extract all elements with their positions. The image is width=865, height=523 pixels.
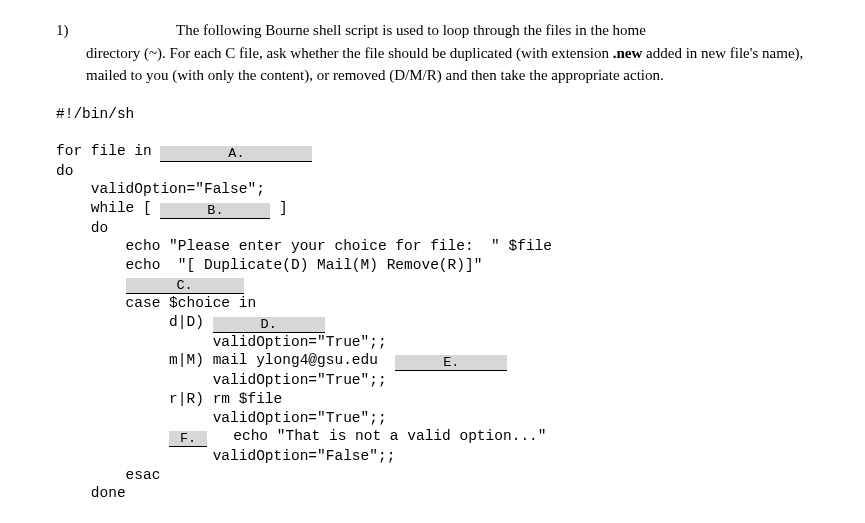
for-keyword: for file in <box>56 143 160 159</box>
indent-c <box>56 275 126 291</box>
blank-c[interactable]: C. <box>126 278 244 294</box>
question-block: 1)The following Bourne shell script is u… <box>56 22 815 87</box>
shebang-line: #!/bin/sh <box>56 106 134 122</box>
blank-e[interactable]: E. <box>395 355 507 371</box>
case-m-valid: validOption="True";; <box>56 372 387 388</box>
while-post: ] <box>270 200 287 216</box>
page-container: 1)The following Bourne shell script is u… <box>0 0 865 523</box>
case-d-pre: d|D) <box>56 314 213 330</box>
echo-line-1: echo "Please enter your choice for file:… <box>56 238 552 254</box>
code-block: #!/bin/sh for file in A. do validOption=… <box>56 105 815 524</box>
case-r-valid: validOption="True";; <box>56 410 387 426</box>
case-line: case $choice in <box>56 295 256 311</box>
question-first-line: 1)The following Bourne shell script is u… <box>56 22 815 39</box>
case-f-post: echo "That is not a valid option..." <box>207 428 546 444</box>
case-f-pre <box>56 428 169 444</box>
case-r-line: r|R) rm $file <box>56 391 282 407</box>
valid-option-init: validOption="False"; <box>56 181 265 197</box>
echo-line-2: echo "[ Duplicate(D) Mail(M) Remove(R)]" <box>56 257 482 273</box>
case-d-valid: validOption="True";; <box>56 334 387 350</box>
blank-b[interactable]: B. <box>160 203 270 219</box>
question-line1: The following Bourne shell script is use… <box>176 22 646 38</box>
question-line2: directory (~). For each C file, ask whet… <box>86 45 613 61</box>
blank-d[interactable]: D. <box>213 317 325 333</box>
case-m-pre: m|M) mail ylong4@gsu.edu <box>56 352 395 368</box>
question-body: directory (~). For each C file, ask whet… <box>86 43 815 87</box>
done-line-2: done <box>56 485 126 501</box>
extension-bold: .new <box>613 45 643 61</box>
blank-f[interactable]: F. <box>169 431 207 447</box>
blank-a[interactable]: A. <box>160 146 312 162</box>
do-line-1: do <box>56 163 73 179</box>
do-line-2: do <box>56 220 108 236</box>
case-f-valid: validOption="False";; <box>56 448 395 464</box>
question-number: 1) <box>56 22 176 39</box>
esac-line: esac <box>56 467 160 483</box>
while-pre: while [ <box>56 200 160 216</box>
